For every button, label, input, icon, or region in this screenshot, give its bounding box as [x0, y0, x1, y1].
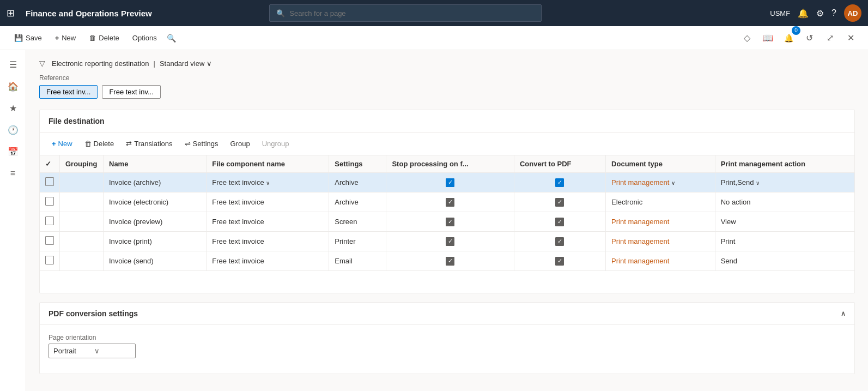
row-check[interactable]	[40, 232, 60, 251]
print-action-dropdown-icon[interactable]: ∨	[756, 180, 760, 186]
pdf-collapse-icon[interactable]: ∧	[841, 310, 846, 317]
doc-type-value: Print management	[611, 218, 669, 226]
file-destination-body: + New 🗑 Delete ⇄ Translations ⇌ Settings	[40, 133, 854, 293]
table-row[interactable]: Invoice (print)Free text invoicePrinter✓…	[40, 232, 854, 251]
diamond-icon[interactable]: ◇	[738, 29, 756, 47]
row-convert-pdf[interactable]: ✓	[514, 212, 605, 232]
help-icon[interactable]: ?	[831, 8, 836, 18]
fd-delete-button[interactable]: 🗑 Delete	[79, 137, 120, 151]
convert-checkbox[interactable]: ✓	[555, 257, 564, 266]
avatar[interactable]: AD	[844, 4, 861, 22]
fd-delete-icon: 🗑	[84, 140, 92, 148]
sidebar-recent-icon[interactable]: 🕐	[3, 120, 23, 140]
options-label: Options	[132, 34, 157, 42]
command-search-icon[interactable]: 🔍	[167, 34, 176, 43]
col-name[interactable]: Name	[104, 155, 207, 173]
top-nav-right: USMF 🔔 ⚙ ? AD	[770, 4, 861, 22]
settings-icon[interactable]: ⚙	[816, 8, 824, 19]
new-button[interactable]: + New	[50, 31, 82, 45]
row-stop-processing[interactable]: ✓	[386, 193, 514, 212]
notification-badge-icon[interactable]: 🔔 0	[780, 29, 797, 47]
row-convert-pdf[interactable]: ✓	[514, 251, 605, 271]
doc-type-value: Print management	[611, 237, 669, 245]
row-stop-processing[interactable]: ✓	[386, 173, 514, 193]
refresh-icon[interactable]: ↺	[800, 29, 818, 47]
layout: ☰ 🏠 ★ 🕐 📅 ≡ ▽ Electronic reporting desti…	[0, 50, 868, 391]
row-stop-processing[interactable]: ✓	[386, 251, 514, 271]
table-row[interactable]: Invoice (electronic)Free text invoiceArc…	[40, 193, 854, 212]
pdf-conversion-header[interactable]: PDF conversion settings ∧	[40, 303, 854, 325]
row-stop-processing[interactable]: ✓	[386, 212, 514, 232]
fd-translations-button[interactable]: ⇄ Translations	[120, 137, 178, 151]
view-selector[interactable]: Standard view ∨	[160, 59, 212, 68]
row-check[interactable]	[40, 173, 60, 193]
row-convert-pdf[interactable]: ✓	[514, 173, 605, 193]
checkbox[interactable]	[45, 197, 54, 206]
col-file-component[interactable]: File component name	[207, 155, 329, 173]
fd-settings-button[interactable]: ⇌ Settings	[179, 137, 224, 151]
convert-checkbox[interactable]: ✓	[555, 198, 564, 207]
convert-checkbox[interactable]: ✓	[555, 178, 564, 187]
cmd-bar-right: ◇ 📖 🔔 0 ↺ ⤢ ✕	[738, 29, 859, 47]
doc-type-dropdown-icon[interactable]: ∨	[671, 180, 675, 186]
separator: |	[154, 59, 155, 68]
delete-button[interactable]: 🗑 Delete	[83, 31, 125, 45]
file-destination-header[interactable]: File destination	[40, 110, 854, 133]
fd-ungroup-button[interactable]: Ungroup	[257, 137, 295, 151]
col-check[interactable]: ✓	[40, 155, 60, 173]
main-content: ▽ Electronic reporting destination | Sta…	[26, 50, 868, 391]
row-convert-pdf[interactable]: ✓	[514, 232, 605, 251]
expand-icon[interactable]: ⤢	[821, 29, 839, 47]
file-destination-section: File destination + New 🗑 Delete ⇄ Transl	[39, 110, 855, 293]
col-print-action[interactable]: Print management action	[715, 155, 854, 173]
stop-checkbox[interactable]: ✓	[446, 257, 454, 266]
table-row[interactable]: Invoice (archive)Free text invoice ∨Arch…	[40, 173, 854, 193]
fd-new-button[interactable]: + New	[46, 137, 78, 151]
new-label: New	[62, 34, 76, 42]
sidebar-menu-icon[interactable]: ☰	[3, 55, 23, 74]
checkbox[interactable]	[45, 256, 54, 264]
options-button[interactable]: Options	[127, 31, 162, 45]
notification-icon[interactable]: 🔔	[798, 8, 809, 19]
checkbox[interactable]	[45, 216, 54, 225]
sidebar-home-icon[interactable]: 🏠	[3, 76, 23, 96]
row-check[interactable]	[40, 193, 60, 212]
filter-icon[interactable]: ▽	[39, 59, 45, 68]
row-check[interactable]	[40, 212, 60, 232]
row-print-action[interactable]: Print,Send ∨	[715, 173, 854, 193]
col-document-type[interactable]: Document type	[606, 155, 715, 173]
table-row[interactable]: Invoice (preview)Free text invoiceScreen…	[40, 212, 854, 232]
col-settings[interactable]: Settings	[329, 155, 386, 173]
col-stop-processing[interactable]: Stop processing on f...	[386, 155, 514, 173]
stop-checkbox[interactable]: ✓	[446, 218, 454, 226]
ref-button-1[interactable]: Free text inv...	[39, 85, 98, 99]
row-stop-processing[interactable]: ✓	[386, 232, 514, 251]
checkbox[interactable]	[45, 236, 54, 245]
row-check[interactable]	[40, 251, 60, 271]
stop-checkbox[interactable]: ✓	[446, 178, 454, 187]
sidebar-workspaces-icon[interactable]: 📅	[3, 142, 23, 161]
file-component-dropdown-icon[interactable]: ∨	[266, 180, 270, 186]
fd-group-button[interactable]: Group	[225, 137, 256, 151]
save-button[interactable]: 💾 Save	[9, 31, 47, 45]
book-icon[interactable]: 📖	[759, 29, 776, 47]
stop-checkbox[interactable]: ✓	[446, 237, 454, 246]
col-convert-pdf[interactable]: Convert to PDF	[514, 155, 605, 173]
row-convert-pdf[interactable]: ✓	[514, 193, 605, 212]
row-file-component[interactable]: Free text invoice ∨	[207, 173, 329, 193]
search-input[interactable]	[289, 9, 535, 17]
convert-checkbox[interactable]: ✓	[555, 237, 564, 246]
page-orientation-select[interactable]: Portrait ∨	[48, 344, 136, 358]
search-bar[interactable]: 🔍	[269, 4, 542, 22]
stop-checkbox[interactable]: ✓	[446, 198, 454, 207]
checkbox[interactable]	[45, 177, 54, 186]
sidebar-modules-icon[interactable]: ≡	[3, 164, 23, 183]
close-icon[interactable]: ✕	[842, 29, 859, 47]
table-row[interactable]: Invoice (send)Free text invoiceEmail✓✓Pr…	[40, 251, 854, 271]
row-document-type[interactable]: Print management ∨	[606, 173, 715, 193]
sidebar-favorites-icon[interactable]: ★	[3, 98, 23, 118]
ref-button-2[interactable]: Free text inv...	[102, 85, 160, 99]
convert-checkbox[interactable]: ✓	[555, 218, 564, 226]
col-grouping[interactable]: Grouping	[60, 155, 104, 173]
app-grid-icon[interactable]: ⊞	[7, 7, 15, 19]
